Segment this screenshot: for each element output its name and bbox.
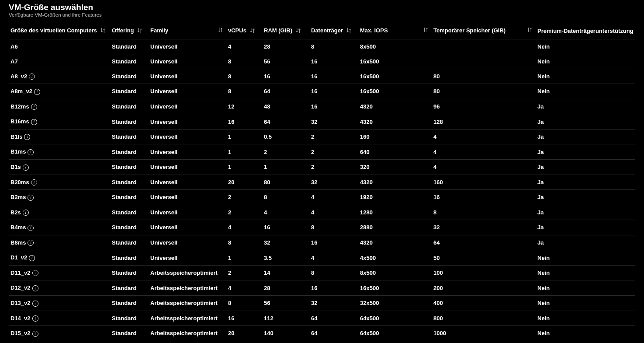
cell-disks: 16 — [309, 99, 358, 114]
cell-premium: Nein — [536, 54, 635, 69]
cell-offering: Standard — [110, 296, 149, 311]
table-row[interactable]: D1_v2iStandardUniversell13.544x50050Nein — [9, 250, 635, 266]
cell-ram: 64 — [262, 341, 309, 343]
table-row[interactable]: B1msiStandardUniversell1226404Ja — [9, 144, 635, 160]
size-label: B1s — [10, 164, 21, 170]
cell-family: Universell — [149, 39, 226, 54]
cell-premium: Nein — [536, 250, 635, 266]
cell-size: D1_v2i — [9, 250, 110, 266]
col-header-ram[interactable]: RAM (GiB) — [262, 24, 309, 39]
table-row[interactable]: B1lsiStandardUniversell10.521604Ja — [9, 129, 635, 144]
table-row[interactable]: D13_v2iStandardArbeitsspeicheroptimiert8… — [9, 296, 635, 311]
info-icon[interactable]: i — [32, 315, 38, 322]
cell-offering: Standard — [110, 114, 149, 130]
table-row[interactable]: D15_v2iStandardArbeitsspeicheroptimiert2… — [9, 326, 635, 341]
table-row[interactable]: D14_v2iStandardArbeitsspeicheroptimiert1… — [9, 311, 635, 326]
sort-icon[interactable] — [137, 28, 142, 35]
cell-disks: 16 — [309, 235, 358, 250]
cell-temp — [432, 39, 536, 54]
size-label: B4ms — [10, 224, 26, 231]
table-row[interactable]: B1siStandardUniversell1123204Ja — [9, 159, 635, 175]
col-header-offering[interactable]: Offering — [110, 24, 149, 39]
col-header-family[interactable]: Family — [149, 24, 226, 39]
info-icon[interactable]: i — [31, 179, 37, 186]
col-header-label: Family — [150, 27, 168, 34]
cell-family: Arbeitsspeicheroptimiert — [149, 311, 226, 326]
cell-vcpus: 1 — [226, 144, 262, 160]
cell-iops: 320 — [358, 159, 432, 175]
col-header-iops[interactable]: Max. IOPS — [358, 24, 432, 39]
info-icon[interactable]: i — [23, 164, 29, 171]
col-header-premium[interactable]: Premium-Datenträgerunterstützung — [536, 24, 635, 39]
sort-icon[interactable] — [423, 27, 428, 34]
info-icon[interactable]: i — [28, 149, 34, 155]
cell-size: B2msi — [9, 190, 110, 205]
info-icon[interactable]: i — [29, 255, 35, 261]
info-icon[interactable]: i — [34, 89, 40, 95]
table-row[interactable]: B8msiStandardUniversell83216432064Ja — [9, 235, 635, 250]
info-icon[interactable]: i — [24, 134, 30, 140]
size-label: A6 — [10, 43, 18, 50]
table-row[interactable]: B20msiStandardUniversell2080324320160Ja — [9, 175, 635, 190]
cell-iops: 1920 — [358, 190, 432, 205]
table-row[interactable]: D12_v2iStandardArbeitsspeicheroptimiert4… — [9, 280, 635, 296]
cell-temp — [432, 54, 536, 69]
col-header-size[interactable]: Größe des virtuellen Computers — [9, 24, 110, 39]
info-icon[interactable]: i — [28, 225, 34, 231]
table-row[interactable]: A8_v2iStandardUniversell8161616x50080Nei… — [9, 69, 635, 84]
cell-temp: 50 — [432, 250, 536, 266]
info-icon[interactable]: i — [32, 270, 38, 276]
table-row[interactable]: A6StandardUniversell42888x500Nein — [9, 39, 635, 54]
cell-disks: 8 — [309, 39, 358, 54]
sort-icon[interactable] — [100, 28, 105, 35]
table-row[interactable]: A8m_v2iStandardUniversell8641616x50080Ne… — [9, 84, 635, 99]
info-icon[interactable]: i — [23, 210, 29, 216]
info-icon[interactable]: i — [28, 195, 34, 201]
cell-disks: 2 — [309, 129, 358, 144]
cell-vcpus: 1 — [226, 129, 262, 144]
col-header-disks[interactable]: Datenträger — [309, 24, 358, 39]
table-row[interactable]: D11_v2iStandardArbeitsspeicheroptimiert2… — [9, 265, 635, 280]
cell-size: A6 — [9, 39, 110, 54]
cell-size: D11_v2i — [9, 265, 110, 280]
table-row[interactable]: D16_v3iStandardUniversell16643232x500400… — [9, 341, 635, 343]
cell-iops: 8x500 — [358, 265, 432, 280]
table-row[interactable]: B12msiStandardUniversell124816432096Ja — [9, 99, 635, 114]
sort-icon[interactable] — [218, 27, 223, 34]
cell-vcpus: 8 — [226, 235, 262, 250]
table-row[interactable]: B2msiStandardUniversell284192016Ja — [9, 190, 635, 205]
info-icon[interactable]: i — [31, 104, 37, 110]
cell-ram: 112 — [262, 311, 309, 326]
cell-iops: 16x500 — [358, 84, 432, 99]
cell-family: Arbeitsspeicheroptimiert — [149, 296, 226, 311]
cell-size: D15_v2i — [9, 326, 110, 341]
sort-icon[interactable] — [296, 28, 301, 35]
cell-vcpus: 8 — [226, 54, 262, 69]
info-icon[interactable]: i — [32, 331, 38, 337]
info-icon[interactable]: i — [28, 240, 34, 246]
cell-temp: 100 — [432, 265, 536, 280]
col-header-vcpus[interactable]: vCPUs — [226, 24, 262, 39]
sort-icon[interactable] — [250, 28, 255, 35]
cell-family: Universell — [149, 99, 226, 114]
cell-temp: 200 — [432, 280, 536, 296]
cell-disks: 32 — [309, 114, 358, 130]
sort-icon[interactable] — [527, 27, 532, 34]
table-row[interactable]: B16msiStandardUniversell1664324320128Ja — [9, 114, 635, 130]
table-row[interactable]: B4msiStandardUniversell4168288032Ja — [9, 220, 635, 235]
info-icon[interactable]: i — [32, 285, 38, 291]
col-header-label: RAM (GiB) — [264, 27, 292, 34]
sort-icon[interactable] — [346, 28, 351, 35]
info-icon[interactable]: i — [29, 74, 35, 80]
cell-vcpus: 1 — [226, 159, 262, 175]
col-header-temp[interactable]: Temporärer Speicher (GiB) — [432, 24, 536, 39]
info-icon[interactable]: i — [31, 119, 37, 125]
info-icon[interactable]: i — [32, 301, 38, 307]
cell-family: Arbeitsspeicheroptimiert — [149, 326, 226, 341]
table-row[interactable]: B2siStandardUniversell24412808Ja — [9, 205, 635, 220]
cell-family: Universell — [149, 250, 226, 266]
table-row[interactable]: A7StandardUniversell8561616x500Nein — [9, 54, 635, 69]
cell-vcpus: 4 — [226, 280, 262, 296]
cell-premium: Nein — [536, 265, 635, 280]
size-label: B12ms — [10, 103, 29, 110]
